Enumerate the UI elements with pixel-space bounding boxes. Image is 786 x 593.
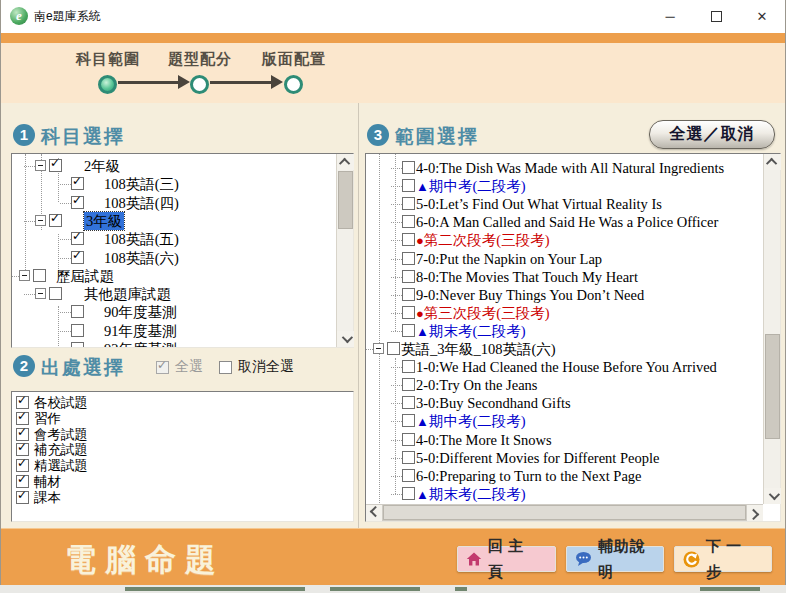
tree-item[interactable]: 108英語(三) (12, 175, 336, 193)
tree-item-label[interactable]: 2-0:Try On the Jeans (416, 376, 538, 394)
item-checkbox[interactable] (49, 287, 62, 300)
item-checkbox[interactable] (71, 196, 84, 209)
source-item[interactable]: 輔材 (12, 474, 353, 490)
tree-item[interactable]: 7-0:Put the Napkin on Your Lap (366, 250, 763, 268)
item-checkbox[interactable] (71, 232, 84, 245)
tree-item[interactable]: 108英語(五) (12, 230, 336, 248)
item-checkbox[interactable] (16, 475, 29, 488)
scroll-up-icon[interactable] (764, 154, 781, 170)
item-checkbox[interactable] (402, 270, 415, 283)
tree-item[interactable]: ▲期末考(二段考) (366, 485, 763, 503)
item-checkbox[interactable] (402, 433, 415, 446)
tree-item-label[interactable]: 91年度基測 (104, 322, 177, 340)
item-checkbox[interactable] (71, 251, 84, 264)
tree-item[interactable]: 4-0:The Dish Was Made with All Natural I… (366, 159, 763, 177)
tree-item-label[interactable]: 108英語(三) (104, 175, 179, 193)
tree-item[interactable]: 其他題庫試題 (12, 285, 336, 303)
tree-item[interactable]: 108英語(六) (12, 249, 336, 267)
tree-item-label[interactable]: 3年級 (84, 212, 124, 230)
source-item[interactable]: 補充試題 (12, 442, 353, 458)
tree-item-label[interactable]: 3-0:Buy Secondhand Gifts (416, 394, 571, 412)
tree-item[interactable]: 英語_3年級_108英語(六) (366, 340, 763, 358)
item-checkbox[interactable] (16, 396, 29, 409)
tree-item[interactable]: 1-0:We Had Cleaned the House Before You … (366, 358, 763, 376)
home-button[interactable]: 回主頁 (457, 546, 556, 572)
tree-item-label[interactable]: 9-0:Never Buy Things You Don’t Need (416, 286, 644, 304)
tree-item[interactable]: 92年度基測 (12, 340, 336, 347)
tree-item[interactable]: 4-0:The More It Snows (366, 431, 763, 449)
tree-item[interactable]: ▲期中考(二段考) (366, 412, 763, 430)
tree-item[interactable]: 3-0:Buy Secondhand Gifts (366, 394, 763, 412)
tree-item[interactable]: 5-0:Let’s Find Out What Virtual Reality … (366, 195, 763, 213)
select-all-checkbox[interactable] (156, 361, 169, 374)
tree-item[interactable]: 108英語(四) (12, 194, 336, 212)
item-checkbox[interactable] (402, 360, 415, 373)
tree-item[interactable]: 歷屆試題 (12, 267, 336, 285)
source-item[interactable]: 習作 (12, 411, 353, 427)
tree-item-label[interactable]: 6-0:A Man Called and Said He Was a Polic… (416, 213, 718, 231)
tree-item[interactable]: 8-0:The Movies That Touch My Heart (366, 268, 763, 286)
tree-item[interactable]: 2年級 (12, 157, 336, 175)
item-checkbox[interactable] (16, 428, 29, 441)
item-checkbox[interactable] (49, 214, 62, 227)
item-checkbox[interactable] (33, 269, 46, 282)
tree-item[interactable]: 91年度基測 (12, 322, 336, 340)
scroll-up-icon[interactable] (337, 154, 354, 170)
scroll-thumb[interactable] (765, 334, 780, 439)
tree-item-label[interactable]: 4-0:The More It Snows (416, 431, 552, 449)
tree-item[interactable]: ▲期中考(二段考) (366, 177, 763, 195)
tree-item-label[interactable]: 90年度基測 (104, 303, 177, 321)
range-tree-horizontal-scrollbar[interactable] (366, 504, 763, 521)
tree-item-label[interactable]: 7-0:Put the Napkin on Your Lap (416, 250, 602, 268)
tree-item-label[interactable]: 108英語(五) (104, 230, 179, 248)
tree-item-label[interactable]: 6-0:Preparing to Turn to the Next Page (416, 467, 642, 485)
collapse-icon[interactable] (373, 343, 384, 354)
scroll-down-icon[interactable] (337, 331, 354, 347)
collapse-icon[interactable] (35, 288, 46, 299)
scroll-down-icon[interactable] (764, 488, 781, 504)
item-checkbox[interactable] (402, 324, 415, 337)
item-checkbox[interactable] (387, 342, 400, 355)
maximize-button[interactable] (693, 0, 739, 33)
scroll-right-icon[interactable] (747, 505, 763, 521)
item-checkbox[interactable] (402, 396, 415, 409)
tree-item[interactable]: 3年級 (12, 212, 336, 230)
item-checkbox[interactable] (402, 179, 415, 192)
select-all-toggle-button[interactable]: 全選／取消 (649, 120, 775, 149)
help-button[interactable]: 輔助說明 (566, 546, 664, 572)
tree-item-label[interactable]: 英語_3年級_108英語(六) (401, 340, 556, 358)
collapse-icon[interactable] (35, 215, 46, 226)
tree-item-label[interactable]: 92年度基測 (104, 340, 177, 347)
source-item[interactable]: 課本 (12, 490, 353, 506)
item-checkbox[interactable] (71, 342, 84, 347)
tree-item[interactable]: 6-0:Preparing to Turn to the Next Page (366, 467, 763, 485)
item-checkbox[interactable] (16, 459, 29, 472)
tree-item-label[interactable]: ●第三次段考(三段考) (416, 304, 550, 323)
tree-item[interactable]: ●第二次段考(三段考) (366, 231, 763, 249)
tree-item-label[interactable]: ▲期末考(二段考) (416, 485, 526, 504)
item-checkbox[interactable] (71, 177, 84, 190)
tree-item-label[interactable]: ▲期中考(二段考) (416, 177, 526, 196)
tree-item-label[interactable]: 108英語(六) (104, 249, 179, 267)
next-step-button[interactable]: 下一步 (674, 546, 772, 572)
item-checkbox[interactable] (402, 451, 415, 464)
item-checkbox[interactable] (402, 288, 415, 301)
item-checkbox[interactable] (402, 378, 415, 391)
tree-item-label[interactable]: ●第二次段考(三段考) (416, 231, 550, 250)
tree-item-label[interactable]: 5-0:Different Movies for Different Peopl… (416, 449, 659, 467)
tree-item-label[interactable]: 歷屆試題 (56, 267, 114, 285)
scroll-left-icon[interactable] (366, 505, 382, 521)
range-tree-vertical-scrollbar[interactable] (763, 154, 780, 504)
tree-item[interactable]: ▲期末考(二段考) (366, 322, 763, 340)
item-checkbox[interactable] (402, 252, 415, 265)
close-button[interactable]: ✕ (739, 0, 785, 33)
subject-tree-vertical-scrollbar[interactable] (336, 154, 353, 347)
item-checkbox[interactable] (16, 412, 29, 425)
tree-item-label[interactable]: 8-0:The Movies That Touch My Heart (416, 268, 638, 286)
tree-item-label[interactable]: ▲期末考(二段考) (416, 322, 526, 341)
item-checkbox[interactable] (71, 324, 84, 337)
item-checkbox[interactable] (402, 215, 415, 228)
minimize-button[interactable]: ─ (647, 0, 693, 33)
tree-item[interactable]: ●第三次段考(三段考) (366, 304, 763, 322)
item-checkbox[interactable] (402, 469, 415, 482)
